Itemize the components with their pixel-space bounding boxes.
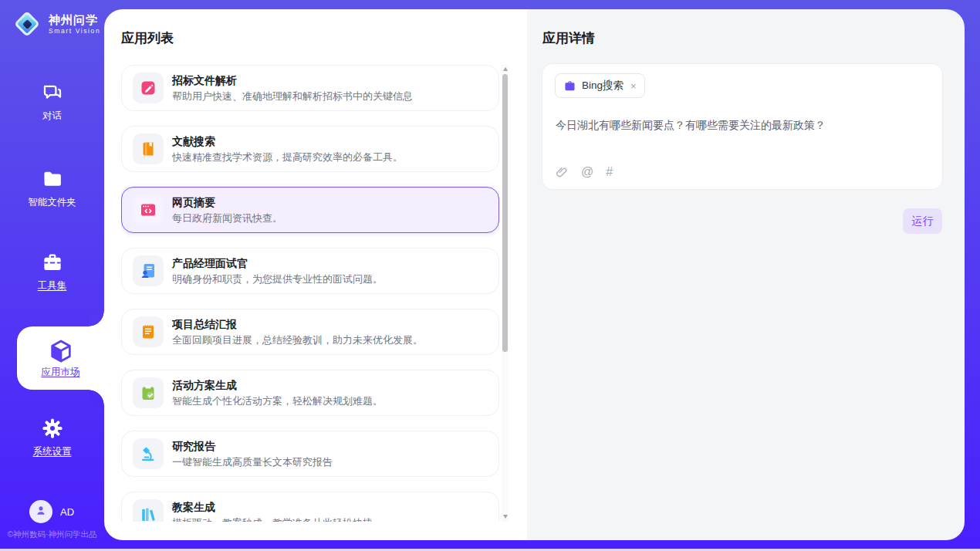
toolbox-icon bbox=[0, 250, 104, 275]
app-detail-panel: 应用详情 Bing搜索 × 今日湖北有哪些新闻要点？有哪些需要关注的最新政策？ … bbox=[527, 9, 965, 540]
mention-at-icon[interactable]: @ bbox=[581, 165, 593, 179]
microscope-icon bbox=[139, 445, 157, 463]
app-card-desc: 全面回顾项目进展，总结经验教训，助力未来优化发展。 bbox=[172, 333, 423, 346]
tag-close-icon[interactable]: × bbox=[630, 81, 637, 91]
app-card-title: 网页摘要 bbox=[172, 195, 282, 209]
app-card-event-plan[interactable]: 活动方案生成 智能生成个性化活动方案，轻松解决规划难题。 bbox=[121, 370, 499, 416]
app-card-web-summary[interactable]: 网页摘要 每日政府新闻资讯快查。 bbox=[121, 187, 499, 233]
diamond-logo-icon bbox=[12, 9, 42, 39]
query-text: 今日湖北有哪些新闻要点？有哪些需要关注的最新政策？ bbox=[556, 117, 930, 133]
brand-logo[interactable]: 神州问学 Smart Vision bbox=[12, 9, 100, 39]
app-card-desc: 明确身份和职责，为您提供专业性的面试问题。 bbox=[172, 272, 383, 286]
app-card-title: 产品经理面试官 bbox=[172, 256, 383, 270]
app-card-title: 教案生成 bbox=[172, 500, 373, 514]
app-card-desc: 模板驱动，教案秒成，教学准备从此轻松快捷 bbox=[172, 516, 373, 522]
avatar bbox=[29, 500, 52, 523]
edit-doc-icon bbox=[139, 79, 157, 97]
books-icon bbox=[139, 505, 157, 522]
cube-icon bbox=[17, 338, 104, 363]
app-list: 招标文件解析 帮助用户快速、准确地理解和解析招标书中的关键信息 文献搜索 快速精… bbox=[121, 65, 499, 522]
chat-icon bbox=[0, 80, 104, 105]
brand-subtitle: Smart Vision bbox=[49, 27, 100, 35]
content-area: 应用列表 招标文件解析 帮助用户快速、准确地理解和解析招标书中的关键信息 文献搜… bbox=[104, 9, 965, 540]
briefcase-icon bbox=[563, 79, 576, 93]
browser-code-icon bbox=[139, 201, 157, 219]
clipboard-check-icon bbox=[139, 384, 157, 402]
hash-icon[interactable]: # bbox=[606, 165, 613, 179]
person-icon bbox=[34, 503, 48, 520]
copyright-text: ©神州数码·神州问学出品 bbox=[0, 529, 104, 540]
app-list-panel: 应用列表 招标文件解析 帮助用户快速、准确地理解和解析招标书中的关键信息 文献搜… bbox=[104, 9, 527, 540]
app-card-title: 文献搜索 bbox=[172, 134, 403, 148]
app-card-title: 研究报告 bbox=[172, 439, 333, 453]
app-card-title: 项目总结汇报 bbox=[172, 317, 423, 331]
app-card-research-report[interactable]: 研究报告 一键智能生成高质量长文本研究报告 bbox=[121, 431, 499, 477]
app-detail-title: 应用详情 bbox=[542, 29, 595, 47]
attachment-toolbar: @ # bbox=[555, 165, 613, 179]
interview-icon bbox=[139, 262, 157, 280]
app-card-desc: 一键智能生成高质量长文本研究报告 bbox=[172, 455, 333, 468]
tab-curve-bottom bbox=[89, 390, 104, 405]
folder-icon bbox=[0, 167, 104, 191]
app-card-desc: 帮助用户快速、准确地理解和解析招标书中的关键信息 bbox=[172, 90, 413, 103]
sidebar-item-toolset[interactable]: 工具集 bbox=[0, 250, 104, 292]
tool-tag-bing-search[interactable]: Bing搜索 × bbox=[555, 73, 645, 98]
book-icon bbox=[139, 140, 157, 158]
tool-tag-label: Bing搜索 bbox=[582, 79, 623, 93]
paperclip-icon[interactable] bbox=[555, 165, 569, 179]
scroll-down-icon[interactable] bbox=[502, 512, 509, 522]
sidebar: 神州问学 Smart Vision 对话 智能文件夹 工具集 应用市场 系统设置… bbox=[0, 0, 104, 549]
scroll-up-icon[interactable] bbox=[502, 65, 509, 74]
app-card-literature-search[interactable]: 文献搜索 快速精准查找学术资源，提高研究效率的必备工具。 bbox=[121, 126, 499, 172]
user-initials: AD bbox=[60, 506, 74, 518]
app-card-title: 活动方案生成 bbox=[172, 378, 383, 392]
app-card-title: 招标文件解析 bbox=[172, 73, 413, 87]
run-button[interactable]: 运行 bbox=[903, 208, 942, 234]
app-card-lesson-plan[interactable]: 教案生成 模板驱动，教案秒成，教学准备从此轻松快捷 bbox=[121, 492, 499, 522]
gear-icon bbox=[0, 416, 104, 441]
app-card-desc: 智能生成个性化活动方案，轻松解决规划难题。 bbox=[172, 394, 383, 407]
app-card-project-summary[interactable]: 项目总结汇报 全面回顾项目进展，总结经验教训，助力未来优化发展。 bbox=[121, 309, 499, 355]
app-card-bid-doc-parse[interactable]: 招标文件解析 帮助用户快速、准确地理解和解析招标书中的关键信息 bbox=[121, 65, 499, 111]
app-card-desc: 快速精准查找学术资源，提高研究效率的必备工具。 bbox=[172, 150, 403, 164]
user-account[interactable]: AD bbox=[29, 500, 74, 523]
scrollbar[interactable] bbox=[502, 65, 509, 522]
app-list-title: 应用列表 bbox=[121, 29, 174, 47]
scrollbar-thumb[interactable] bbox=[502, 74, 508, 352]
app-card-desc: 每日政府新闻资讯快查。 bbox=[172, 211, 282, 225]
app-window: 神州问学 Smart Vision 对话 智能文件夹 工具集 应用市场 系统设置… bbox=[0, 0, 980, 551]
tab-curve-top bbox=[89, 311, 104, 326]
sidebar-item-smart-folders[interactable]: 智能文件夹 bbox=[0, 167, 104, 209]
sidebar-item-chat[interactable]: 对话 bbox=[0, 80, 104, 123]
report-note-icon bbox=[139, 323, 157, 341]
sidebar-item-app-market[interactable]: 应用市场 bbox=[17, 326, 104, 390]
sidebar-item-settings[interactable]: 系统设置 bbox=[0, 416, 104, 458]
app-card-pm-interviewer[interactable]: 产品经理面试官 明确身份和职责，为您提供专业性的面试问题。 bbox=[121, 248, 499, 294]
brand-name: 神州问学 bbox=[49, 13, 100, 26]
prompt-input[interactable]: Bing搜索 × 今日湖北有哪些新闻要点？有哪些需要关注的最新政策？ @ # bbox=[542, 63, 943, 190]
